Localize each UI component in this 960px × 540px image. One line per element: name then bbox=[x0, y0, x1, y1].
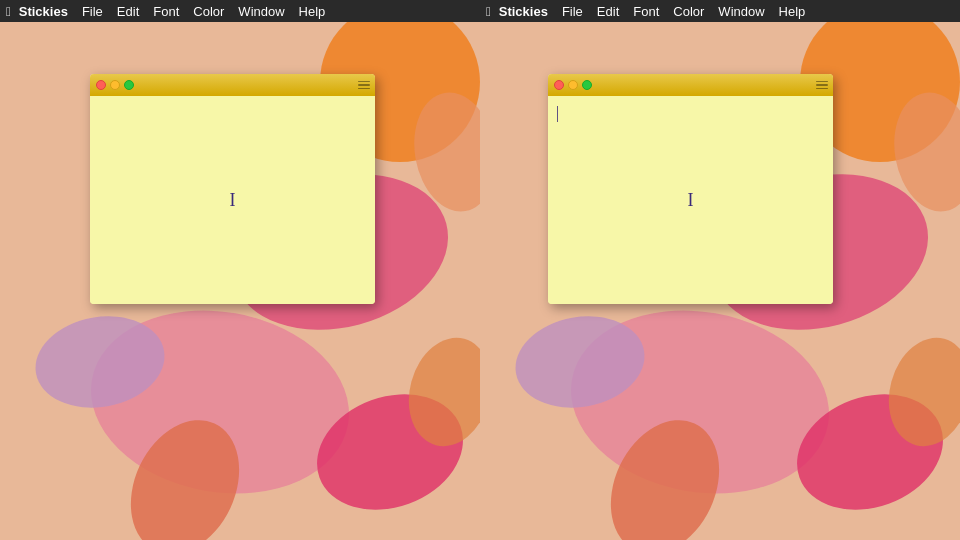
menu-file-right[interactable]: File bbox=[562, 4, 583, 19]
resize-icon-right bbox=[816, 81, 828, 89]
maximize-button-right[interactable] bbox=[582, 80, 592, 90]
maximize-button-left[interactable] bbox=[124, 80, 134, 90]
svg-point-13 bbox=[781, 375, 960, 530]
minimize-button-right[interactable] bbox=[568, 80, 578, 90]
text-cursor-right-center: I bbox=[688, 190, 694, 211]
menu-edit-left[interactable]: Edit bbox=[117, 4, 139, 19]
traffic-lights-right bbox=[554, 80, 592, 90]
sticky-window-left[interactable]: I bbox=[90, 74, 375, 304]
sticky-titlebar-left bbox=[90, 74, 375, 96]
text-cursor-right-topleft: | bbox=[556, 104, 559, 122]
menu-window-left[interactable]: Window bbox=[238, 4, 284, 19]
sticky-content-right[interactable]: | I bbox=[548, 96, 833, 304]
svg-point-6 bbox=[397, 329, 480, 456]
close-button-right[interactable] bbox=[554, 80, 564, 90]
menu-file-left[interactable]: File bbox=[82, 4, 103, 19]
menu-window-right[interactable]: Window bbox=[718, 4, 764, 19]
svg-point-5 bbox=[301, 375, 480, 530]
desktop-area: I bbox=[0, 22, 960, 540]
menu-help-right[interactable]: Help bbox=[779, 4, 806, 19]
close-button-left[interactable] bbox=[96, 80, 106, 90]
svg-point-3 bbox=[28, 306, 172, 417]
apple-logo-left[interactable]:  bbox=[6, 4, 11, 19]
menu-edit-right[interactable]: Edit bbox=[597, 4, 619, 19]
minimize-button-left[interactable] bbox=[110, 80, 120, 90]
svg-point-12 bbox=[590, 402, 740, 540]
menubar:  Stickies File Edit Font Color Window H… bbox=[0, 0, 960, 22]
sticky-content-left[interactable]: I bbox=[90, 96, 375, 304]
resize-icon-left bbox=[358, 81, 370, 89]
svg-point-2 bbox=[76, 291, 363, 513]
screen:  Stickies File Edit Font Color Window H… bbox=[0, 0, 960, 540]
menu-font-right[interactable]: Font bbox=[633, 4, 659, 19]
svg-point-4 bbox=[110, 402, 260, 540]
app-name-right: Stickies bbox=[499, 4, 548, 19]
sticky-titlebar-right bbox=[548, 74, 833, 96]
traffic-lights-left bbox=[96, 80, 134, 90]
menu-color-left[interactable]: Color bbox=[193, 4, 224, 19]
apple-logo-right[interactable]:  bbox=[486, 4, 491, 19]
desktop-right: | I bbox=[480, 22, 960, 540]
menu-font-left[interactable]: Font bbox=[153, 4, 179, 19]
menubar-left:  Stickies File Edit Font Color Window H… bbox=[0, 0, 480, 22]
svg-point-7 bbox=[405, 86, 480, 218]
svg-point-14 bbox=[877, 329, 960, 456]
menubar-right:  Stickies File Edit Font Color Window H… bbox=[480, 0, 960, 22]
menu-color-right[interactable]: Color bbox=[673, 4, 704, 19]
svg-point-15 bbox=[885, 86, 960, 218]
menu-help-left[interactable]: Help bbox=[299, 4, 326, 19]
desktop-left: I bbox=[0, 22, 480, 540]
app-name-left: Stickies bbox=[19, 4, 68, 19]
text-cursor-left: I bbox=[230, 190, 236, 211]
svg-point-10 bbox=[556, 291, 843, 513]
sticky-window-right[interactable]: | I bbox=[548, 74, 833, 304]
svg-point-11 bbox=[508, 306, 652, 417]
